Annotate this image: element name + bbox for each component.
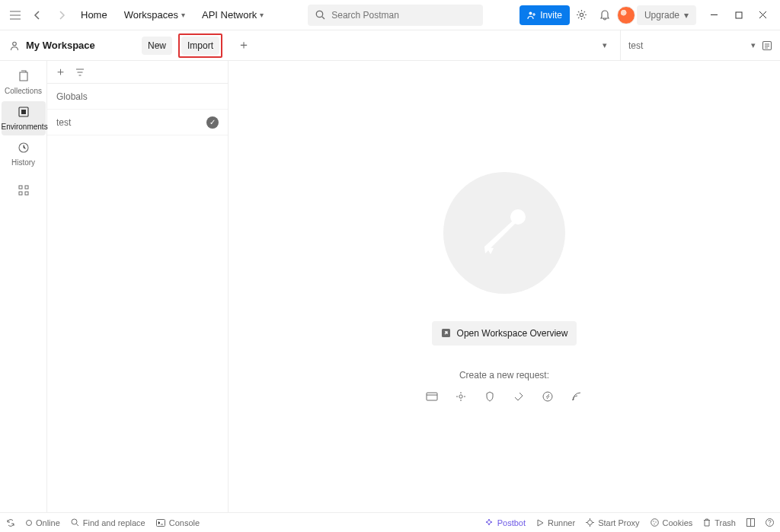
import-button[interactable]: Import xyxy=(181,37,219,55)
environment-selector-label: test xyxy=(628,40,745,51)
status-find-replace-label: Find and replace xyxy=(83,518,145,527)
env-globals-label: Globals xyxy=(56,91,88,102)
env-quicklook-icon[interactable] xyxy=(762,40,772,51)
status-start-proxy[interactable]: Start Proxy xyxy=(586,518,639,527)
socketio-request-icon[interactable] xyxy=(541,391,555,402)
grid-icon xyxy=(2,185,46,200)
avatar[interactable] xyxy=(617,6,635,24)
status-runner[interactable]: Runner xyxy=(536,518,575,527)
notifications-icon[interactable] xyxy=(594,5,615,26)
workspaces-label: Workspaces xyxy=(124,9,178,21)
create-request-label: Create a new request: xyxy=(459,370,549,381)
console-icon xyxy=(156,519,165,527)
open-workspace-overview-label: Open Workspace Overview xyxy=(457,328,568,339)
status-online-label: Online xyxy=(36,518,60,527)
capture-icon xyxy=(586,518,594,527)
rail-environments-label: Environments xyxy=(2,123,48,131)
add-tab-button[interactable]: ＋ xyxy=(233,35,254,56)
mqtt-request-icon[interactable] xyxy=(570,391,583,402)
open-icon xyxy=(441,328,451,338)
open-workspace-overview-button[interactable]: Open Workspace Overview xyxy=(432,321,577,346)
create-env-button[interactable]: ＋ xyxy=(52,64,69,81)
http-request-icon[interactable] xyxy=(425,391,439,402)
search-icon xyxy=(315,10,325,20)
status-online[interactable]: Online xyxy=(26,518,60,527)
tabs-chevron-down[interactable]: ▾ xyxy=(594,35,615,56)
rail-collections-label: Collections xyxy=(5,87,42,95)
status-find-replace[interactable]: Find and replace xyxy=(71,518,145,527)
window-minimize[interactable] xyxy=(702,5,727,26)
new-button[interactable]: New xyxy=(142,37,172,55)
status-sync-icon[interactable] xyxy=(6,518,15,527)
workspace-bar: My Workspace New Import ＋ ▾ test ▾ xyxy=(0,30,780,61)
home-label: Home xyxy=(81,9,107,21)
api-network-dropdown[interactable]: API Network ▾ xyxy=(194,6,271,24)
environments-pane: ＋ Globals test ✓ xyxy=(47,61,229,512)
window-close[interactable] xyxy=(751,5,775,26)
graphql-request-icon[interactable] xyxy=(454,391,468,402)
postbot-icon xyxy=(484,518,494,527)
status-start-proxy-label: Start Proxy xyxy=(598,518,639,527)
chevron-down-icon: ▾ xyxy=(260,11,264,19)
env-row-label: test xyxy=(56,117,71,128)
rail-history-label: History xyxy=(11,158,35,167)
env-row[interactable]: test ✓ xyxy=(47,110,228,135)
person-add-icon xyxy=(527,11,536,20)
filter-icon[interactable] xyxy=(72,64,88,81)
workspaces-dropdown[interactable]: Workspaces ▾ xyxy=(117,6,193,24)
svg-point-27 xyxy=(769,524,770,525)
status-postbot[interactable]: Postbot xyxy=(484,518,526,527)
rail-environments[interactable]: Environments xyxy=(2,101,46,135)
svg-point-16 xyxy=(459,394,462,397)
search-input[interactable] xyxy=(331,10,475,21)
env-globals-row[interactable]: Globals xyxy=(47,84,228,110)
svg-point-21 xyxy=(651,519,658,527)
svg-rect-15 xyxy=(427,393,437,400)
request-type-icons xyxy=(425,391,583,402)
menu-icon[interactable] xyxy=(5,5,26,26)
status-cookies[interactable]: Cookies xyxy=(651,518,693,527)
svg-point-0 xyxy=(317,11,323,17)
import-highlight: Import xyxy=(178,33,222,58)
status-trash[interactable]: Trash xyxy=(703,518,736,527)
nav-rail: Collections Environments History xyxy=(0,61,47,512)
body: Collections Environments History ＋ xyxy=(0,61,780,512)
window-maximize[interactable] xyxy=(727,5,751,26)
forward-button[interactable] xyxy=(50,5,72,26)
rail-configure[interactable] xyxy=(2,180,46,206)
status-postbot-label: Postbot xyxy=(497,518,526,527)
status-layout-icon[interactable] xyxy=(746,518,755,527)
environment-selector[interactable]: test ▾ xyxy=(620,30,780,60)
history-icon xyxy=(2,142,46,157)
svg-point-18 xyxy=(72,519,77,524)
svg-point-4 xyxy=(13,42,17,46)
check-active-icon: ✓ xyxy=(206,116,219,129)
chevron-down-icon: ▾ xyxy=(684,10,689,21)
svg-point-22 xyxy=(653,521,654,521)
rail-collections[interactable]: Collections xyxy=(2,65,46,100)
status-console[interactable]: Console xyxy=(156,518,200,527)
status-help-icon[interactable] xyxy=(766,518,774,527)
back-button[interactable] xyxy=(27,5,49,26)
main-pane: Open Workspace Overview Create a new req… xyxy=(229,61,780,512)
svg-rect-9 xyxy=(19,186,22,189)
status-trash-label: Trash xyxy=(714,518,736,527)
svg-rect-19 xyxy=(156,519,165,526)
tabs-strip: ＋ ▾ xyxy=(229,30,620,60)
chevron-down-icon: ▾ xyxy=(751,40,756,50)
home-link[interactable]: Home xyxy=(73,6,115,24)
websocket-request-icon[interactable] xyxy=(512,391,526,402)
svg-rect-7 xyxy=(21,110,26,114)
grpc-request-icon[interactable] xyxy=(483,391,497,402)
window-controls xyxy=(702,5,775,26)
search-input-wrap[interactable] xyxy=(308,5,483,26)
person-icon xyxy=(9,40,20,51)
empty-state: Open Workspace Overview Create a new req… xyxy=(425,172,583,402)
svg-rect-3 xyxy=(736,12,742,18)
cookie-icon xyxy=(651,518,659,527)
invite-button[interactable]: Invite xyxy=(519,5,570,25)
rail-history[interactable]: History xyxy=(2,137,46,171)
settings-icon[interactable] xyxy=(571,5,593,26)
upgrade-button[interactable]: Upgrade ▾ xyxy=(637,5,696,25)
play-icon xyxy=(536,519,544,527)
